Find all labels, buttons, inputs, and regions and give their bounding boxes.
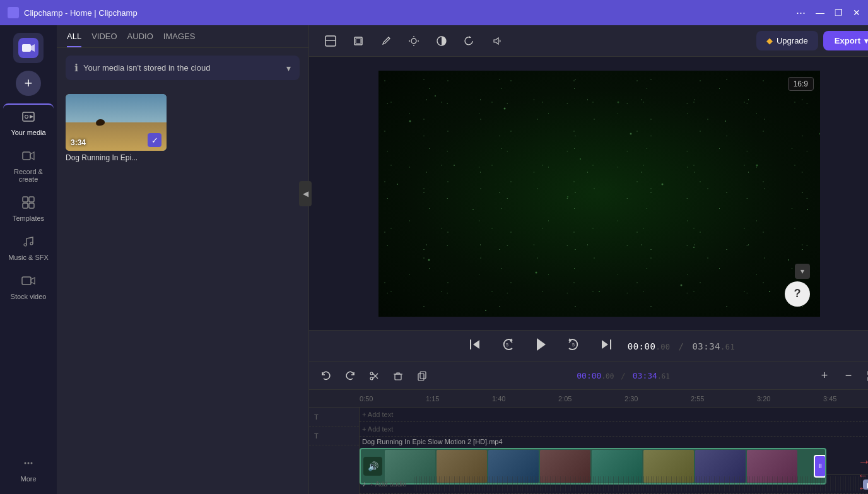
svg-point-29 — [788, 259, 789, 261]
sidebar-item-templates[interactable]: Templates — [3, 191, 54, 227]
delete-button[interactable] — [389, 367, 408, 385]
svg-marker-5 — [30, 152, 34, 160]
layout-icon[interactable] — [319, 30, 342, 52]
collapse-panel-button[interactable]: ◀ — [299, 181, 312, 206]
icon-sidebar: + Your media Record &create — [0, 25, 57, 494]
svg-point-38 — [618, 101, 619, 103]
top-toolbar: ◆ Upgrade Export ▾ — [309, 25, 868, 57]
video-preview: ◀ — [309, 57, 868, 330]
svg-point-43 — [681, 284, 683, 286]
media-item[interactable]: 3:34 ✓ Dog Running In Epi... — [66, 94, 167, 162]
svg-point-32 — [472, 209, 474, 210]
titlebar: Clipchamp - Home | Clipchamp ··· — ❐ ✕ — [0, 0, 868, 25]
svg-point-44 — [580, 158, 581, 160]
svg-point-40 — [485, 310, 486, 311]
close-button[interactable]: ✕ — [853, 8, 860, 18]
svg-rect-0 — [22, 44, 31, 52]
clip-end-handle[interactable]: ⏸ — [814, 455, 826, 478]
media-tabs: ALL VIDEO AUDIO IMAGES — [57, 25, 308, 48]
svg-point-36 — [807, 209, 808, 210]
sidebar-item-label: Templates — [13, 215, 44, 222]
export-button[interactable]: Export ▾ — [823, 31, 868, 50]
undo-button[interactable] — [317, 367, 336, 385]
minimize-button[interactable]: — — [816, 8, 824, 18]
media-panel: ALL VIDEO AUDIO IMAGES ℹ Your media isn'… — [57, 25, 309, 494]
svg-point-33 — [662, 183, 664, 185]
video-track-row: Dog Running In Epic Slow Motion 2 [HD].m… — [360, 437, 868, 475]
svg-point-31 — [599, 291, 600, 292]
ruler-mark-0: 0:50 — [360, 395, 426, 403]
templates-icon — [21, 196, 35, 213]
rotate-icon[interactable] — [458, 30, 481, 52]
sidebar-item-record-create[interactable]: Record &create — [3, 144, 54, 188]
media-label: Dog Running In Epi... — [66, 153, 167, 162]
svg-point-48 — [370, 372, 373, 375]
svg-rect-12 — [22, 277, 31, 285]
tab-images[interactable]: IMAGES — [163, 32, 196, 47]
upgrade-button[interactable]: ◆ Upgrade — [756, 31, 818, 50]
ruler-mark-1: 1:15 — [426, 395, 492, 403]
track-label-area: T T — [309, 408, 360, 494]
cloud-storage-banner[interactable]: ℹ Your media isn't stored in the cloud ▾ — [66, 56, 300, 80]
app-logo — [13, 33, 44, 63]
tab-all[interactable]: ALL — [67, 32, 81, 47]
time-display: 00:00.00 / 03:34.61 — [628, 341, 736, 351]
scissors-button[interactable] — [365, 367, 384, 385]
svg-point-41 — [819, 132, 821, 134]
svg-marker-1 — [31, 44, 35, 52]
ruler-marks: 0:50 1:15 1:40 2:05 2:30 2:55 3:20 3:45 — [360, 395, 868, 403]
ruler-mark-2: 1:40 — [492, 395, 558, 403]
timeline-toolbar: 00:00.00 / 03:34.61 + − — [309, 362, 868, 390]
skip-to-end-button[interactable] — [595, 335, 618, 358]
zoom-out-button[interactable]: − — [839, 367, 858, 385]
php-badge: php — [863, 479, 868, 490]
your-media-icon — [21, 110, 35, 127]
preview-canvas: 16:9 ? ▾ — [378, 71, 820, 317]
fullscreen-timeline-button[interactable] — [863, 367, 868, 385]
maximize-button[interactable]: ❐ — [835, 8, 843, 18]
crop-icon[interactable] — [347, 30, 370, 52]
redo-button[interactable] — [341, 367, 360, 385]
sidebar-item-label: Stock video — [11, 293, 47, 300]
sidebar-item-more[interactable]: More — [3, 451, 54, 488]
brightness-icon[interactable] — [402, 30, 425, 52]
svg-rect-52 — [418, 373, 424, 380]
logo-icon — [18, 38, 38, 58]
svg-point-35 — [536, 271, 537, 273]
add-button[interactable]: + — [16, 71, 41, 96]
forward-5-button[interactable]: 5 — [562, 335, 585, 358]
volume-icon[interactable] — [486, 30, 508, 52]
svg-rect-4 — [23, 152, 30, 160]
pen-icon[interactable] — [375, 30, 397, 52]
more-options-icon[interactable]: ··· — [796, 6, 806, 20]
timeline-time-display: 00:00.00 / 03:34.61 — [577, 371, 670, 380]
collapse-preview-button[interactable]: ▾ — [795, 264, 810, 279]
preview-area: ◆ Upgrade Export ▾ ◀ — [309, 25, 868, 494]
audio-waveform — [414, 476, 868, 491]
tab-video[interactable]: VIDEO — [91, 32, 117, 47]
sidebar-item-your-media[interactable]: Your media — [3, 103, 54, 141]
sidebar-item-stock-video[interactable]: Stock video — [3, 269, 54, 305]
copy-button[interactable] — [413, 367, 431, 385]
contrast-icon[interactable] — [430, 30, 453, 52]
rewind-5-button[interactable]: 5 — [496, 335, 519, 358]
help-button[interactable]: ? — [785, 281, 810, 307]
aspect-ratio-badge[interactable]: 16:9 — [788, 77, 814, 91]
ruler-mark-7: 3:45 — [823, 395, 868, 403]
svg-point-26 — [630, 132, 632, 134]
arrow-right-icon: → — [858, 454, 868, 469]
svg-rect-17 — [326, 40, 336, 41]
svg-point-42 — [435, 95, 436, 97]
track-add-text-label2: T — [309, 426, 359, 445]
svg-point-13 — [25, 462, 26, 464]
skip-to-start-button[interactable] — [464, 335, 486, 358]
play-button[interactable] — [529, 335, 552, 358]
video-track-label: Dog Running In Epic Slow Motion 2 [HD].m… — [360, 437, 505, 447]
sidebar-item-music-sfx[interactable]: Music & SFX — [3, 230, 54, 266]
zoom-in-button[interactable]: + — [815, 367, 834, 385]
svg-point-25 — [567, 196, 568, 197]
tab-audio[interactable]: AUDIO — [127, 32, 153, 47]
more-icon — [21, 456, 35, 473]
audio-note-icon: ♪ — [362, 479, 366, 488]
svg-point-27 — [693, 247, 695, 248]
